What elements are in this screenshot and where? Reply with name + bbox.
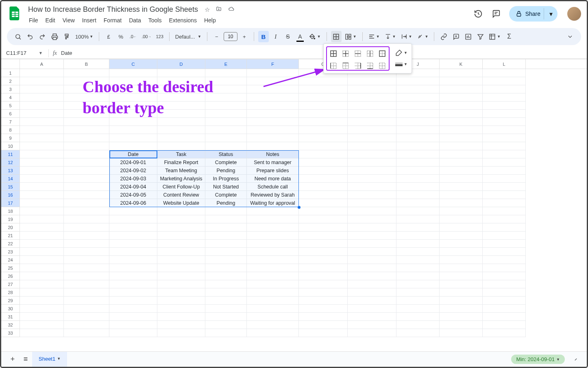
functions-button[interactable]: Σ [504, 31, 514, 42]
cell[interactable] [109, 272, 157, 280]
cell[interactable] [64, 223, 109, 232]
cell[interactable] [109, 321, 157, 329]
cell[interactable] [440, 313, 483, 321]
cell[interactable] [348, 167, 396, 175]
cell[interactable] [20, 134, 64, 142]
cell[interactable] [157, 272, 205, 280]
name-box-dropdown[interactable]: ▼ [39, 51, 43, 55]
cell[interactable] [64, 175, 109, 183]
border-horizontal-button[interactable] [353, 48, 363, 59]
cell[interactable] [483, 183, 526, 191]
cell[interactable] [348, 280, 396, 288]
print-button[interactable] [49, 31, 60, 42]
cell[interactable] [205, 264, 247, 272]
cell[interactable] [205, 207, 247, 215]
cell[interactable] [483, 240, 526, 248]
cell[interactable] [299, 280, 348, 288]
cell[interactable] [64, 288, 109, 297]
row-header-29[interactable]: 29 [1, 297, 20, 305]
cell[interactable] [299, 183, 348, 191]
cell[interactable] [20, 223, 64, 232]
cell[interactable] [440, 118, 483, 126]
row-header-11[interactable]: 11 [1, 150, 20, 158]
menu-data[interactable]: Data [126, 15, 144, 25]
cell[interactable] [483, 199, 526, 207]
cell[interactable] [20, 167, 64, 175]
cell[interactable] [109, 93, 157, 102]
cell[interactable] [299, 175, 348, 183]
cell[interactable] [247, 305, 299, 313]
cell[interactable] [348, 102, 396, 110]
cell[interactable] [157, 264, 205, 272]
cell[interactable] [348, 191, 396, 199]
cell[interactable] [299, 321, 348, 329]
cell[interactable] [157, 321, 205, 329]
cell[interactable] [64, 126, 109, 134]
cell[interactable] [157, 110, 205, 118]
cell[interactable] [20, 288, 64, 297]
currency-button[interactable]: £ [103, 31, 114, 42]
cell[interactable] [396, 134, 440, 142]
cell[interactable]: Prepare slides [247, 167, 299, 175]
cell[interactable] [440, 69, 483, 77]
cell[interactable] [348, 199, 396, 207]
cell[interactable] [348, 142, 396, 150]
col-header-B[interactable]: B [64, 59, 109, 69]
cell[interactable] [440, 167, 483, 175]
cell[interactable] [483, 248, 526, 256]
cell[interactable] [483, 264, 526, 272]
col-header-F[interactable]: F [247, 59, 299, 69]
wrap-button[interactable]: ▼ [399, 31, 414, 42]
cell[interactable] [483, 297, 526, 305]
cell[interactable] [483, 256, 526, 264]
cell[interactable] [483, 158, 526, 167]
cell[interactable] [483, 110, 526, 118]
document-title[interactable]: How to Increase Border Thickness in Goog… [26, 4, 200, 15]
cell[interactable] [247, 256, 299, 264]
cell[interactable] [247, 93, 299, 102]
name-box[interactable]: C11:F17 [6, 50, 39, 56]
menu-format[interactable]: Format [100, 15, 125, 25]
cell[interactable] [348, 297, 396, 305]
cell[interactable] [348, 93, 396, 102]
cell[interactable] [483, 305, 526, 313]
all-sheets-button[interactable]: ≡ [19, 353, 32, 366]
cell[interactable]: Team Meeting [157, 167, 205, 175]
row-header-25[interactable]: 25 [1, 264, 20, 272]
cell[interactable] [64, 240, 109, 248]
decrease-decimal-button[interactable]: .0← [128, 31, 138, 42]
cell[interactable] [157, 126, 205, 134]
cell[interactable] [396, 248, 440, 256]
cell[interactable] [20, 183, 64, 191]
cell[interactable] [348, 248, 396, 256]
sheets-logo[interactable] [7, 5, 23, 22]
cell[interactable] [109, 126, 157, 134]
cell[interactable] [299, 191, 348, 199]
cell[interactable] [440, 134, 483, 142]
cell[interactable] [157, 313, 205, 321]
cell[interactable] [396, 142, 440, 150]
cell[interactable] [64, 264, 109, 272]
cell[interactable] [483, 288, 526, 297]
cell[interactable] [109, 305, 157, 313]
cell[interactable] [157, 256, 205, 264]
cell[interactable] [440, 183, 483, 191]
text-color-button[interactable]: A [295, 31, 305, 42]
cell[interactable] [396, 313, 440, 321]
border-outer-button[interactable] [377, 48, 388, 59]
increase-fontsize-button[interactable]: + [239, 31, 250, 42]
cell[interactable] [440, 232, 483, 240]
cell[interactable] [64, 280, 109, 288]
cell[interactable] [109, 110, 157, 118]
cell[interactable]: Marketing Analysis [157, 175, 205, 183]
cell[interactable] [396, 264, 440, 272]
cell[interactable] [299, 167, 348, 175]
cell[interactable] [299, 264, 348, 272]
cell[interactable] [64, 102, 109, 110]
cell[interactable] [483, 191, 526, 199]
cell[interactable] [396, 321, 440, 329]
menu-tools[interactable]: Tools [145, 15, 165, 25]
cell[interactable] [396, 232, 440, 240]
borders-button[interactable] [331, 31, 342, 42]
cell[interactable] [348, 158, 396, 167]
